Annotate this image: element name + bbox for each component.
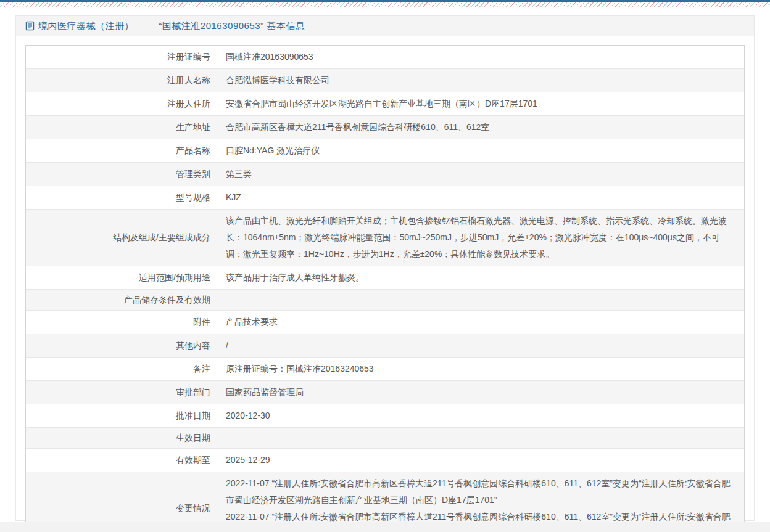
table-row: 结构及组成/主要组成成分该产品由主机、激光光纤和脚踏开关组成；主机包含掺钕钇铝石… <box>26 210 744 266</box>
row-value-text: 国家药品监督管理局 <box>226 384 304 401</box>
row-label: 注册证编号 <box>26 46 218 68</box>
row-value-text: / <box>226 337 228 354</box>
row-label: 注册人住所 <box>26 92 218 115</box>
info-table: 注册证编号国械注准20163090653注册人名称合肥泓博医学科技有限公司注册人… <box>25 45 745 532</box>
row-value-text: KJZ <box>226 189 241 206</box>
panel-header: 境内医疗器械（注册） —— “国械注准20163090653” 基本信息 <box>16 16 754 36</box>
row-label: 生效日期 <box>26 428 218 448</box>
table-row: 其他内容/ <box>26 334 744 358</box>
row-label-text: 注册人名称 <box>167 75 210 86</box>
row-label-text: 生产地址 <box>176 122 210 133</box>
row-value-text: 第三类 <box>226 166 252 182</box>
table-row: 适用范围/预期用途该产品用于治疗成人单纯性牙龈炎。 <box>26 266 744 290</box>
row-label-text: 批准日期 <box>176 411 210 422</box>
row-value-text: 合肥泓博医学科技有限公司 <box>226 72 329 89</box>
row-value-text: 2025-12-29 <box>226 452 270 469</box>
row-label: 备注 <box>26 358 218 380</box>
row-value: 该产品用于治疗成人单纯性牙龈炎。 <box>218 266 744 289</box>
top-stripe-pattern <box>0 2 770 7</box>
row-label: 有效期至 <box>26 449 218 472</box>
page-footer-strip <box>0 522 770 532</box>
row-label: 产品名称 <box>26 139 218 162</box>
row-value-text: 原注册证编号：国械注准20163240653 <box>226 361 374 377</box>
row-value-text: 安徽省合肥市蜀山经济开发区湖光路自主创新产业基地三期（南区）D座17层1701 <box>226 96 537 112</box>
row-label: 批准日期 <box>26 404 218 427</box>
row-value: 2020-12-30 <box>218 404 744 427</box>
row-label: 产品储存条件及有效期 <box>26 290 218 310</box>
row-label-text: 其他内容 <box>176 340 210 351</box>
table-row: 产品名称口腔Nd:YAG 激光治疗仪 <box>26 139 744 163</box>
document-icon <box>25 21 35 31</box>
table-row: 备注原注册证编号：国械注准20163240653 <box>26 358 744 381</box>
table-row: 生效日期 <box>26 428 744 449</box>
row-value: 口腔Nd:YAG 激光治疗仪 <box>218 139 744 162</box>
table-row: 批准日期2020-12-30 <box>26 404 744 428</box>
row-label-text: 有效期至 <box>176 455 210 466</box>
table-row: 附件产品技术要求 <box>26 311 744 334</box>
table-row: 生产地址合肥市高新区香樟大道211号香枫创意园综合科研楼610、611、612室 <box>26 116 744 139</box>
row-value: 合肥泓博医学科技有限公司 <box>218 69 744 92</box>
row-value <box>218 290 744 310</box>
table-row: 型号规格KJZ <box>26 186 744 210</box>
row-label: 结构及组成/主要组成成分 <box>26 210 218 266</box>
row-value <box>218 428 744 448</box>
table-row: 注册人住所安徽省合肥市蜀山经济开发区湖光路自主创新产业基地三期（南区）D座17层… <box>26 92 744 116</box>
row-value-text: 该产品由主机、激光光纤和脚踏开关组成；主机包含掺钕钇铝石榴石激光器、激光电源、控… <box>226 213 735 263</box>
row-value-text: 产品技术要求 <box>226 314 278 330</box>
table-row: 注册人名称合肥泓博医学科技有限公司 <box>26 69 744 92</box>
table-row: 审批部门国家药品监督管理局 <box>26 381 744 404</box>
row-label: 生产地址 <box>26 116 218 139</box>
row-label-text: 产品储存条件及有效期 <box>124 295 210 306</box>
row-label-text: 生效日期 <box>176 433 210 444</box>
row-value: 2025-12-29 <box>218 449 744 472</box>
registration-info-panel: 境内医疗器械（注册） —— “国械注准20163090653” 基本信息 注册证… <box>15 15 755 521</box>
row-label-text: 备注 <box>193 364 210 375</box>
row-value: 安徽省合肥市蜀山经济开发区湖光路自主创新产业基地三期（南区）D座17层1701 <box>218 92 744 115</box>
row-label: 管理类别 <box>26 163 218 186</box>
row-value: 该产品由主机、激光光纤和脚踏开关组成；主机包含掺钕钇铝石榴石激光器、激光电源、控… <box>218 210 744 266</box>
table-row: 管理类别第三类 <box>26 163 744 186</box>
row-label-text: 管理类别 <box>176 169 210 180</box>
row-value-text: 国械注准20163090653 <box>226 49 313 65</box>
row-label-text: 型号规格 <box>176 192 210 203</box>
row-value-text: 合肥市高新区香樟大道211号香枫创意园综合科研楼610、611、612室 <box>226 119 489 136</box>
row-value-text: 该产品用于治疗成人单纯性牙龈炎。 <box>226 269 364 286</box>
row-value: KJZ <box>218 186 744 209</box>
row-label: 型号规格 <box>26 186 218 209</box>
row-label-text: 结构及组成/主要组成成分 <box>113 232 210 243</box>
row-value: / <box>218 334 744 357</box>
row-label-text: 审批部门 <box>176 387 210 398</box>
row-label-text: 产品名称 <box>176 145 210 157</box>
table-row: 有效期至2025-12-29 <box>26 449 744 472</box>
row-label: 审批部门 <box>26 381 218 404</box>
row-label-text: 注册证编号 <box>167 52 210 63</box>
table-row: 注册证编号国械注准20163090653 <box>26 46 744 69</box>
row-value-text: 口腔Nd:YAG 激光治疗仪 <box>226 142 320 159</box>
row-label-text: 附件 <box>193 317 210 328</box>
row-label-text: 注册人住所 <box>167 99 210 110</box>
row-label: 附件 <box>26 311 218 334</box>
row-label: 其他内容 <box>26 334 218 357</box>
row-value: 产品技术要求 <box>218 311 744 334</box>
row-value: 第三类 <box>218 163 744 186</box>
row-value: 合肥市高新区香樟大道211号香枫创意园综合科研楼610、611、612室 <box>218 116 744 139</box>
row-value-text: 2020-12-30 <box>226 407 270 424</box>
row-label: 注册人名称 <box>26 69 218 92</box>
row-label: 适用范围/预期用途 <box>26 266 218 289</box>
row-value: 原注册证编号：国械注准20163240653 <box>218 358 744 380</box>
row-value: 国家药品监督管理局 <box>218 381 744 404</box>
page-title: 境内医疗器械（注册） —— “国械注准20163090653” 基本信息 <box>38 20 305 32</box>
table-row: 产品储存条件及有效期 <box>26 290 744 311</box>
top-decor-band <box>0 0 770 7</box>
row-value: 国械注准20163090653 <box>218 46 744 68</box>
row-label-text: 变更情况 <box>176 503 210 514</box>
row-label-text: 适用范围/预期用途 <box>139 272 210 284</box>
